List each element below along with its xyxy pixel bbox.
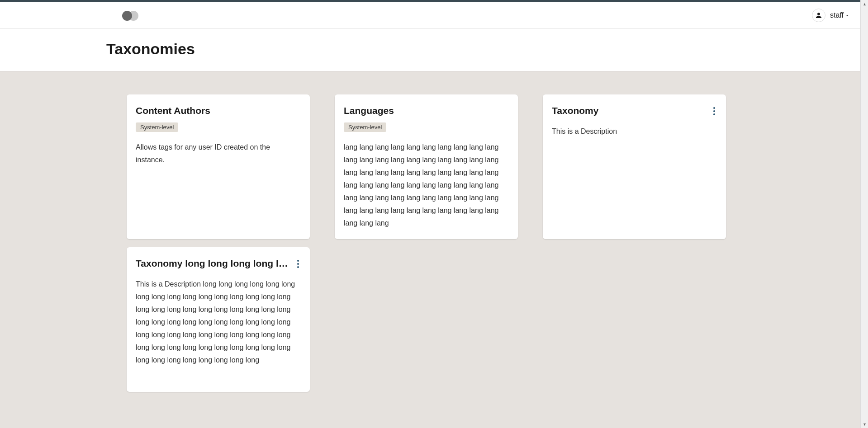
user-name-label: staff (830, 11, 850, 19)
card-description: This is a Description (552, 125, 717, 138)
card-description: This is a Description long long long lon… (136, 278, 301, 367)
user-avatar (812, 9, 825, 22)
system-level-badge: System-level (344, 122, 386, 132)
taxonomy-card[interactable]: Languages System-level lang lang lang la… (335, 94, 518, 239)
kebab-menu-icon (713, 107, 715, 115)
content-area: Content Authors System-level Allows tags… (0, 72, 868, 414)
taxonomy-card[interactable]: Content Authors System-level Allows tags… (127, 94, 310, 239)
card-header: Content Authors (136, 105, 301, 116)
main-header: staff (0, 2, 868, 29)
card-title: Content Authors (136, 105, 301, 116)
card-title: Taxonomy (552, 105, 708, 116)
card-title: Taxonomy long long long long long long l… (136, 258, 292, 269)
card-header: Taxonomy long long long long long long l… (136, 258, 301, 270)
person-icon (815, 11, 823, 19)
taxonomy-card[interactable]: Taxonomy long long long long long long l… (127, 247, 310, 392)
scrollbar[interactable]: ▴ ▾ (860, 0, 868, 414)
page-title-section: Taxonomies (0, 29, 868, 72)
taxonomy-card-grid: Content Authors System-level Allows tags… (127, 94, 868, 392)
logo-circle-dark (122, 11, 132, 21)
taxonomy-card[interactable]: Taxonomy This is a Description (543, 94, 726, 239)
card-description: Allows tags for any user ID created on t… (136, 141, 301, 166)
card-header: Languages (344, 105, 509, 116)
card-menu-button[interactable] (295, 258, 301, 270)
card-description: lang lang lang lang lang lang lang lang … (344, 141, 509, 230)
chevron-down-icon (844, 13, 850, 18)
page-title: Taxonomies (106, 40, 868, 58)
user-menu[interactable]: staff (812, 9, 850, 22)
logo[interactable] (122, 9, 140, 22)
card-menu-button[interactable] (711, 105, 717, 117)
kebab-menu-icon (297, 260, 299, 268)
scrollbar-up-arrow[interactable]: ▴ (861, 0, 868, 8)
card-header: Taxonomy (552, 105, 717, 117)
card-title: Languages (344, 105, 509, 116)
system-level-badge: System-level (136, 122, 178, 132)
